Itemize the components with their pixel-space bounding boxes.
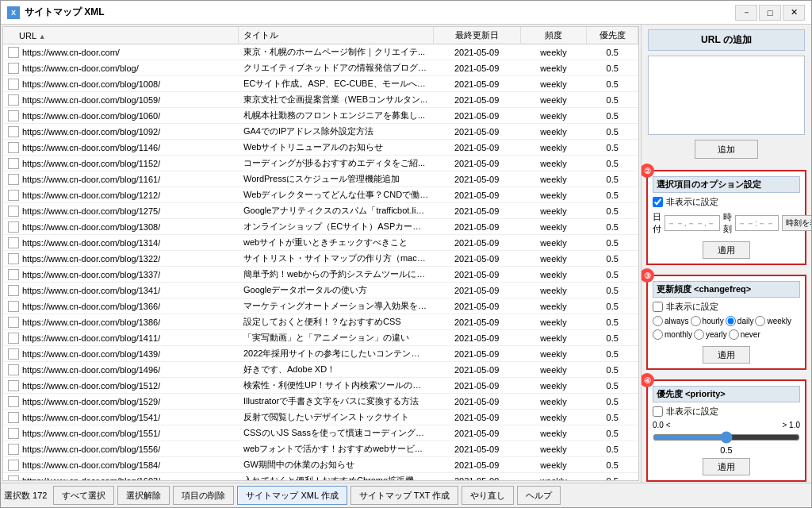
create-xml-button[interactable]: サイトマップ XML 作成 xyxy=(237,486,347,505)
delete-button[interactable]: 項目の削除 xyxy=(173,486,234,505)
table-row[interactable]: https://www.cn-door.com/blog/1386/設定しておく… xyxy=(3,314,638,330)
radio-weekly-input[interactable] xyxy=(755,316,765,326)
cell-priority: 0.5 xyxy=(587,171,638,187)
help-button[interactable]: ヘルプ xyxy=(517,486,561,505)
section3-hide-label: 非表示に設定 xyxy=(666,301,718,313)
cell-title: ECサイト作成。ASP、EC-CUBE、モールへの... xyxy=(239,76,433,92)
table-row[interactable]: https://www.cn-door.com/blog/1314/webサイト… xyxy=(3,235,638,251)
section2-hide-checkbox[interactable] xyxy=(653,197,663,207)
table-row[interactable]: https://www.cn-door.com/blog/1556/webフォン… xyxy=(3,441,638,457)
deselect-button[interactable]: 選択解除 xyxy=(117,486,170,505)
cell-freq: weekly xyxy=(520,346,587,362)
page-icon xyxy=(8,412,19,423)
section4-title: 優先度 <priority> xyxy=(653,386,800,402)
section4-apply-button[interactable]: 適用 xyxy=(703,458,750,475)
cell-date: 2021-05-09 xyxy=(433,378,520,394)
table-row[interactable]: https://www.cn-door.com/blog/1541/反射で閲覧し… xyxy=(3,410,638,425)
section3-hide-checkbox[interactable] xyxy=(653,302,663,312)
redo-button[interactable]: やり直し xyxy=(462,486,514,505)
page-icon xyxy=(8,444,19,455)
cell-url: https://www.cn-door.com/blog/1603/ xyxy=(3,473,239,482)
table-body: https://www.cn-door.com/東京・札幌のホームページ制作｜ク… xyxy=(3,44,638,482)
radio-monthly-input[interactable] xyxy=(653,329,663,340)
radio-daily-input[interactable] xyxy=(726,316,736,326)
page-icon xyxy=(8,158,19,169)
table-row[interactable]: https://www.cn-door.com/blog/1366/マーケティン… xyxy=(3,298,638,314)
table-row[interactable]: https://www.cn-door.com/blog/1212/Webディレ… xyxy=(3,187,638,203)
table-row[interactable]: https://www.cn-door.com/blog/1512/検索性・利便… xyxy=(3,378,638,394)
page-icon xyxy=(8,190,19,201)
cell-priority: 0.5 xyxy=(587,108,638,124)
url-add-area[interactable] xyxy=(648,56,805,135)
cell-priority: 0.5 xyxy=(587,298,638,314)
minimize-button[interactable]: － xyxy=(735,5,757,21)
table-row[interactable]: https://www.cn-door.com/blog/1059/東京支社で企… xyxy=(3,92,638,108)
col-header-freq[interactable]: 頻度 xyxy=(520,27,587,44)
table-row[interactable]: https://www.cn-door.com/blog/1275/Google… xyxy=(3,203,638,219)
cell-priority: 0.5 xyxy=(587,441,638,457)
table-row[interactable]: https://www.cn-door.com/blog/1092/GA4でのI… xyxy=(3,124,638,140)
close-button[interactable]: ✕ xyxy=(783,5,805,21)
section2-hide-label: 非表示に設定 xyxy=(666,196,718,208)
section2-apply-button[interactable]: 適用 xyxy=(703,241,750,259)
radio-yearly-input[interactable] xyxy=(694,329,704,340)
date-input[interactable] xyxy=(665,215,720,231)
table-row[interactable]: https://www.cn-door.com/東京・札幌のホームページ制作｜ク… xyxy=(3,44,638,60)
section2-hide-row: 非表示に設定 xyxy=(653,196,800,208)
table-row[interactable]: https://www.cn-door.com/blog/1411/「実写動画」… xyxy=(3,330,638,346)
radio-weekly-label: weekly xyxy=(767,317,791,325)
section4: ④ 優先度 <priority> 非表示に設定 0.0 < > 1.0 0.5 … xyxy=(646,379,806,482)
table-row[interactable]: https://www.cn-door.com/blog/1584/GW期間中の… xyxy=(3,457,638,473)
table-row[interactable]: https://www.cn-door.com/blog/1341/Google… xyxy=(3,283,638,298)
radio-monthly: monthly xyxy=(653,329,692,340)
url-text: https://www.cn-door.com/blog/1603/ xyxy=(22,476,160,482)
cell-priority: 0.5 xyxy=(587,203,638,219)
table-row[interactable]: https://www.cn-door.com/blog/1308/オンラインシ… xyxy=(3,219,638,235)
table-row[interactable]: https://www.cn-door.com/blog/1529/Illust… xyxy=(3,394,638,410)
table-row[interactable]: https://www.cn-door.com/blog/1146/Webサイト… xyxy=(3,140,638,156)
table-row[interactable]: https://www.cn-door.com/blog/クリエイティブネットド… xyxy=(3,60,638,76)
page-icon xyxy=(8,110,19,121)
col-header-priority[interactable]: 優先度 xyxy=(587,27,638,44)
section2-title: 選択項目のオプション設定 xyxy=(653,176,800,193)
section3-apply-button[interactable]: 適用 xyxy=(703,346,750,364)
table-row[interactable]: https://www.cn-door.com/blog/1008/ECサイト作… xyxy=(3,76,638,92)
radio-always-input[interactable] xyxy=(653,316,663,326)
page-icon xyxy=(8,47,19,58)
table-row[interactable]: https://www.cn-door.com/blog/1337/簡単予約！w… xyxy=(3,267,638,283)
table-row[interactable]: https://www.cn-door.com/blog/1060/札幌本社勤務… xyxy=(3,108,638,124)
table-container[interactable]: URL ▲ タイトル 最終更新日 頻度 xyxy=(2,26,639,481)
table-row[interactable]: https://www.cn-door.com/blog/1496/好きです、A… xyxy=(3,362,638,378)
table-row[interactable]: https://www.cn-door.com/blog/1161/WordPr… xyxy=(3,171,638,187)
time-input[interactable] xyxy=(735,215,779,231)
url-text: https://www.cn-door.com/blog/1161/ xyxy=(22,175,160,184)
cell-date: 2021-05-09 xyxy=(433,140,520,156)
table-row[interactable]: https://www.cn-door.com/blog/1551/CSSのいJ… xyxy=(3,425,638,441)
time-show-button[interactable]: 時刻を表示 xyxy=(782,215,811,231)
radio-never-input[interactable] xyxy=(729,329,739,340)
section4-hide-checkbox[interactable] xyxy=(653,406,663,417)
titlebar-left: X サイトマップ XML xyxy=(7,6,105,19)
table-row[interactable]: https://www.cn-door.com/blog/1603/入れておくと… xyxy=(3,473,638,482)
cell-freq: weekly xyxy=(520,394,587,410)
col-header-url[interactable]: URL ▲ xyxy=(3,27,239,44)
radio-hourly-input[interactable] xyxy=(691,316,701,326)
cell-priority: 0.5 xyxy=(587,346,638,362)
select-all-button[interactable]: すべて選択 xyxy=(53,486,114,505)
col-header-date[interactable]: 最終更新日 xyxy=(433,27,520,44)
page-icon xyxy=(8,364,19,375)
maximize-button[interactable]: □ xyxy=(759,5,781,21)
cell-date: 2021-05-09 xyxy=(433,203,520,219)
add-url-button[interactable]: 追加 xyxy=(695,140,758,159)
priority-slider[interactable] xyxy=(653,431,800,444)
cell-date: 2021-05-09 xyxy=(433,473,520,482)
cell-url: https://www.cn-door.com/blog/1059/ xyxy=(3,92,239,108)
table-row[interactable]: https://www.cn-door.com/blog/1439/2022年採… xyxy=(3,346,638,362)
cell-url: https://www.cn-door.com/ xyxy=(3,44,239,60)
create-txt-button[interactable]: サイトマップ TXT 作成 xyxy=(350,486,459,505)
url-text: https://www.cn-door.com/blog/1439/ xyxy=(22,349,160,359)
table-row[interactable]: https://www.cn-door.com/blog/1322/サイトリスト… xyxy=(3,251,638,267)
cell-priority: 0.5 xyxy=(587,44,638,60)
col-header-title[interactable]: タイトル xyxy=(239,27,433,44)
table-row[interactable]: https://www.cn-door.com/blog/1152/コーディング… xyxy=(3,156,638,171)
